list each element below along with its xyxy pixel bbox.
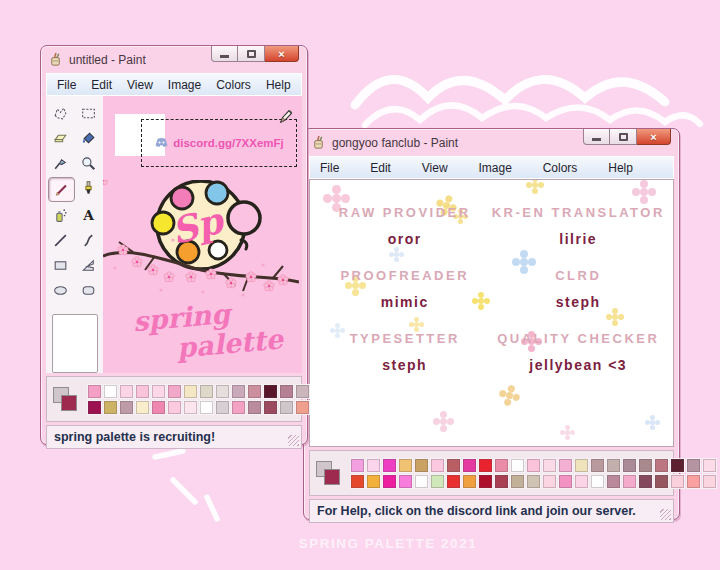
color-swatch[interactable]	[119, 384, 134, 399]
color-swatch[interactable]	[279, 384, 294, 399]
color-swatch[interactable]	[135, 400, 150, 415]
color-swatch[interactable]	[622, 474, 637, 489]
tool-ellipse-icon[interactable]	[48, 279, 73, 302]
color-swatch[interactable]	[151, 384, 166, 399]
color-swatch[interactable]	[446, 458, 461, 473]
color-swatch[interactable]	[654, 458, 669, 473]
tool-text-icon[interactable]: A	[76, 204, 101, 227]
color-swatch[interactable]	[398, 458, 413, 473]
color-swatch[interactable]	[574, 474, 589, 489]
color-swatch[interactable]	[414, 458, 429, 473]
color-swatch[interactable]	[686, 458, 701, 473]
titlebar[interactable]: untitled - Paint ×	[46, 46, 302, 73]
color-swatch[interactable]	[654, 474, 669, 489]
color-swatch[interactable]	[183, 384, 198, 399]
foreground-color-swatch[interactable]	[324, 469, 340, 485]
resize-grip[interactable]	[288, 435, 299, 446]
color-swatch[interactable]	[199, 400, 214, 415]
color-swatch[interactable]	[295, 384, 310, 399]
color-swatch[interactable]	[151, 400, 166, 415]
color-swatch[interactable]	[215, 400, 230, 415]
color-swatch[interactable]	[398, 474, 413, 489]
color-swatch[interactable]	[558, 474, 573, 489]
color-swatch[interactable]	[494, 458, 509, 473]
color-swatch[interactable]	[590, 474, 605, 489]
color-swatch[interactable]	[606, 458, 621, 473]
color-swatch[interactable]	[167, 384, 182, 399]
color-swatch[interactable]	[366, 458, 381, 473]
tool-select-icon[interactable]	[76, 102, 101, 125]
foreground-color-swatch[interactable]	[61, 395, 77, 411]
color-swatch[interactable]	[119, 400, 134, 415]
minimize-button[interactable]	[211, 46, 238, 62]
tool-line-icon[interactable]	[48, 229, 73, 252]
color-swatch[interactable]	[462, 474, 477, 489]
color-swatch[interactable]	[462, 458, 477, 473]
color-swatch[interactable]	[526, 458, 541, 473]
color-swatch[interactable]	[87, 400, 102, 415]
color-swatch[interactable]	[103, 384, 118, 399]
color-swatch[interactable]	[183, 400, 198, 415]
color-swatch[interactable]	[670, 458, 685, 473]
paint-canvas[interactable]: discord.gg/7XXemFj Sp	[103, 96, 302, 373]
color-swatch[interactable]	[350, 458, 365, 473]
color-swatch[interactable]	[638, 458, 653, 473]
menu-item-file[interactable]: File	[320, 161, 339, 175]
color-swatch[interactable]	[542, 458, 557, 473]
color-swatch[interactable]	[542, 474, 557, 489]
tool-airbrush-icon[interactable]	[48, 204, 73, 227]
menu-item-view[interactable]: View	[422, 161, 448, 175]
tool-brush-icon[interactable]	[76, 177, 101, 200]
color-swatch[interactable]	[558, 458, 573, 473]
tool-rectangle-icon[interactable]	[48, 254, 73, 277]
tool-freeform-select-icon[interactable]	[48, 102, 73, 125]
color-swatch[interactable]	[215, 384, 230, 399]
color-swatch[interactable]	[590, 458, 605, 473]
color-swatch[interactable]	[247, 400, 262, 415]
color-swatch[interactable]	[526, 474, 541, 489]
color-swatch[interactable]	[167, 400, 182, 415]
color-swatch[interactable]	[366, 474, 381, 489]
color-swatch[interactable]	[231, 384, 246, 399]
color-swatch[interactable]	[135, 384, 150, 399]
maximize-button[interactable]	[238, 46, 265, 62]
color-swatch[interactable]	[510, 474, 525, 489]
color-swatch[interactable]	[279, 400, 294, 415]
close-button[interactable]: ×	[637, 129, 671, 145]
color-swatch[interactable]	[247, 384, 262, 399]
menu-item-colors[interactable]: Colors	[543, 161, 578, 175]
menu-item-image[interactable]: Image	[478, 161, 511, 175]
menu-item-view[interactable]: View	[127, 78, 153, 92]
color-swatch[interactable]	[263, 384, 278, 399]
tool-polygon-icon[interactable]	[76, 254, 101, 277]
color-swatch[interactable]	[510, 458, 525, 473]
color-swatch[interactable]	[382, 458, 397, 473]
color-swatch[interactable]	[478, 458, 493, 473]
color-swatch[interactable]	[103, 400, 118, 415]
color-swatch[interactable]	[350, 474, 365, 489]
menu-item-edit[interactable]: Edit	[370, 161, 391, 175]
color-swatch[interactable]	[670, 474, 685, 489]
maximize-button[interactable]	[610, 129, 637, 145]
tool-fill-icon[interactable]	[76, 127, 101, 150]
minimize-button[interactable]	[583, 129, 610, 145]
color-swatch[interactable]	[263, 400, 278, 415]
titlebar[interactable]: gongyoo fanclub - Paint ×	[309, 129, 674, 156]
color-swatch[interactable]	[494, 474, 509, 489]
color-swatch[interactable]	[574, 458, 589, 473]
paint-canvas[interactable]: RAW PROVIDERororKR-EN TRANSLATORlilriePR…	[309, 179, 674, 447]
menu-item-edit[interactable]: Edit	[91, 78, 112, 92]
color-swatch[interactable]	[702, 458, 717, 473]
color-swatch[interactable]	[702, 474, 717, 489]
tool-color-picker-icon[interactable]	[48, 152, 73, 175]
close-button[interactable]: ×	[265, 46, 299, 62]
color-swatch[interactable]	[446, 474, 461, 489]
menu-item-colors[interactable]: Colors	[216, 78, 251, 92]
color-swatch[interactable]	[430, 458, 445, 473]
menu-item-file[interactable]: File	[57, 78, 76, 92]
color-swatch[interactable]	[638, 474, 653, 489]
menu-item-help[interactable]: Help	[608, 161, 633, 175]
discord-link-selection[interactable]: discord.gg/7XXemFj	[141, 119, 297, 167]
tool-rounded-rectangle-icon[interactable]	[76, 279, 101, 302]
discord-invite-link[interactable]: discord.gg/7XXemFj	[173, 137, 284, 149]
